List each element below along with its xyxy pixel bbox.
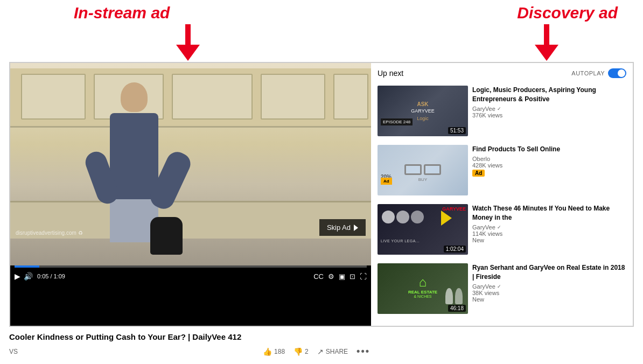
card-new-3: New	[472, 237, 626, 243]
card-views-1: 376K views	[472, 112, 626, 118]
autoplay-toggle[interactable]	[608, 68, 626, 78]
share-button[interactable]: ↗ SHARE	[317, 347, 348, 356]
card-title-1: Logic, Music Producers, Aspiring Young E…	[472, 86, 626, 104]
thumbnail-2: 20% OFF BUY Ad	[378, 145, 468, 195]
card-new-4: New	[472, 296, 626, 303]
video-watermark: disruptiveadvertising.com ♻	[16, 230, 83, 236]
play-pause-icon[interactable]: ▶	[15, 272, 20, 281]
list-item[interactable]: LIVE YOUR LEGA... GARYVEE 1:02:04 Watch …	[378, 202, 626, 257]
card-channel-2: Oberlo	[472, 156, 626, 162]
more-button[interactable]: •••	[357, 346, 370, 357]
sidebar: Up next AUTOPLAY ASK GARYVEE	[371, 63, 633, 326]
dislike-button[interactable]: 👎 2	[293, 347, 309, 356]
more-icon: •••	[357, 346, 370, 357]
card-channel-4: GaryVee ✓	[472, 283, 626, 290]
instream-label: In-stream ad	[74, 4, 170, 22]
video-info: Cooler Kindness or Putting Cash to Your …	[9, 327, 370, 360]
time-display: 0:05 / 1:09	[37, 273, 65, 279]
video-controls: ▶ 🔊 0:05 / 1:09 CC ⚙ ▣ ⊡ ⛶	[10, 265, 371, 284]
card-title-4: Ryan Serhant and GaryVee on Real Estate …	[472, 263, 626, 282]
views-label: VS	[9, 348, 18, 355]
card-channel-3: GaryVee ✓	[472, 224, 626, 230]
card-info-4: Ryan Serhant and GaryVee on Real Estate …	[472, 263, 626, 314]
instream-arrow	[176, 24, 200, 61]
cast-icon[interactable]: ⊡	[350, 272, 355, 281]
person-figure	[107, 82, 161, 233]
fullscreen-icon[interactable]: ⛶	[360, 272, 367, 281]
list-item[interactable]: 20% OFF BUY Ad	[378, 143, 626, 198]
verified-icon-3: ✓	[497, 225, 501, 230]
share-icon: ↗	[317, 347, 324, 356]
card-title-2: Find Products To Sell Online	[472, 145, 626, 154]
dislike-count: 2	[305, 348, 309, 355]
ad-badge-thumb: Ad	[381, 178, 392, 185]
discovery-arrow	[535, 24, 558, 61]
miniplayer-icon[interactable]: ▣	[339, 272, 345, 281]
verified-icon-4: ✓	[497, 284, 501, 289]
volume-icon[interactable]: 🔊	[24, 272, 33, 281]
progress-fill	[15, 265, 39, 268]
kitchen-cabinet	[10, 68, 371, 128]
episode-badge: EPISODE 248	[381, 118, 413, 125]
thumb-duration-3: 1:02:04	[444, 246, 466, 253]
card-info-2: Find Products To Sell Online Oberlo 428K…	[472, 145, 626, 195]
ad-badge: Ad	[472, 170, 485, 177]
card-views-2: 428K views	[472, 162, 626, 169]
skip-arrow-icon	[354, 225, 358, 231]
card-views-4: 38K views	[472, 290, 626, 296]
card-channel-1: GaryVee ✓	[472, 106, 626, 112]
thumbnail-3: LIVE YOUR LEGA... GARYVEE 1:02:04	[378, 204, 468, 255]
cc-icon[interactable]: CC	[313, 272, 324, 281]
thumb-duration-4: 46:18	[448, 305, 466, 312]
like-count: 188	[274, 348, 285, 355]
up-next-label: Up next	[378, 69, 403, 78]
share-label: SHARE	[326, 348, 348, 355]
autoplay-container: AUTOPLAY	[571, 68, 626, 78]
skip-ad-button[interactable]: Skip Ad	[319, 219, 366, 236]
list-item[interactable]: ASK GARYVEE Logic EPISODE 248 51:53 Logi…	[378, 83, 626, 138]
thumbs-down-icon: 👎	[293, 347, 303, 356]
settings-icon[interactable]: ⚙	[328, 272, 334, 281]
thumb-duration-1: 51:53	[448, 127, 466, 134]
discovery-label: Discovery ad	[517, 4, 618, 22]
card-views-3: 114K views	[472, 230, 626, 237]
card-info-1: Logic, Music Producers, Aspiring Young E…	[472, 86, 626, 136]
video-screen[interactable]: disruptiveadvertising.com ♻ Skip Ad	[10, 63, 371, 265]
thumbs-up-icon: 👍	[263, 347, 272, 356]
garyvee-badge: GARYVEE	[442, 206, 466, 212]
video-title: Cooler Kindness or Putting Cash to Your …	[9, 332, 370, 341]
card-title-3: Watch These 46 Minutes If You Need to Ma…	[472, 204, 626, 222]
sidebar-header: Up next AUTOPLAY	[378, 68, 626, 78]
verified-icon-1: ✓	[497, 106, 501, 111]
toggle-knob	[618, 69, 625, 77]
list-item[interactable]: ⌂ REAL ESTATE & NICHES 46:18 Ryan Serhan…	[378, 261, 626, 316]
oven-mitt	[150, 217, 183, 255]
video-player: disruptiveadvertising.com ♻ Skip Ad ▶ 🔊 …	[10, 63, 371, 326]
progress-bar[interactable]	[15, 265, 367, 268]
thumbnail-1: ASK GARYVEE Logic EPISODE 248 51:53	[378, 86, 468, 136]
autoplay-label: AUTOPLAY	[571, 70, 605, 76]
like-button[interactable]: 👍 188	[263, 347, 285, 356]
card-info-3: Watch These 46 Minutes If You Need to Ma…	[472, 204, 626, 255]
thumbnail-4: ⌂ REAL ESTATE & NICHES 46:18	[378, 263, 468, 314]
